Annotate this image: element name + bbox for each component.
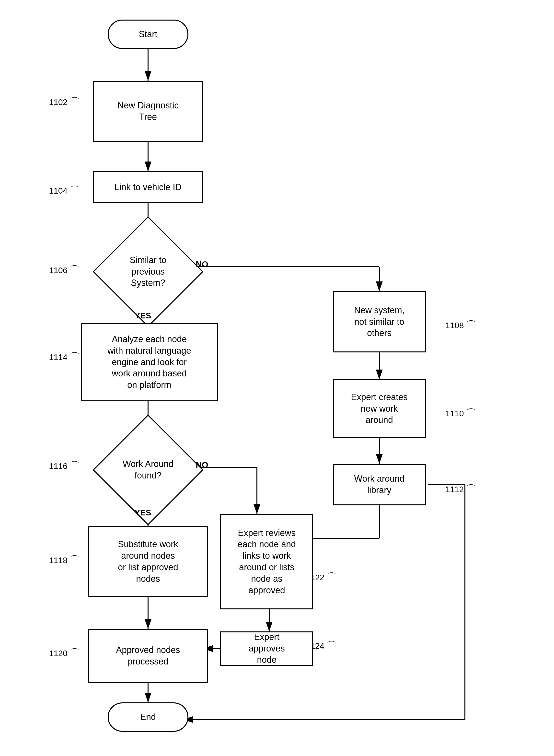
- n1104-label: Link to vehicle ID: [114, 181, 181, 193]
- n1124-label: Expert approves node: [248, 632, 285, 666]
- ref-1114: 1114 ⌒: [49, 350, 79, 364]
- end-label: End: [140, 711, 156, 723]
- n1118-label: Substitute work around nodes or list app…: [118, 539, 178, 584]
- similar-system-diamond: Similar to previous System?: [109, 232, 187, 311]
- ref-1102: 1102 ⌒: [49, 95, 79, 108]
- expert-reviews-node: Expert reviews each node and links to wo…: [220, 514, 313, 609]
- ref-1116: 1116 ⌒: [49, 459, 79, 472]
- no-1106-label: NO: [196, 259, 208, 269]
- ref-1120: 1120 ⌒: [49, 646, 79, 660]
- yes-1116-label: YES: [134, 508, 151, 518]
- n1106-label: Similar to previous System?: [116, 255, 180, 289]
- new-diagnostic-tree-node: New Diagnostic Tree: [93, 81, 203, 142]
- ref-1112: 1112 ⌒: [445, 482, 476, 496]
- start-node: Start: [108, 19, 188, 49]
- n1108-label: New system, not similar to others: [354, 305, 404, 339]
- substitute-nodes-node: Substitute work around nodes or list app…: [88, 526, 208, 597]
- n1116-label: Work Around found?: [116, 458, 180, 481]
- ref-1104: 1104 ⌒: [49, 183, 79, 197]
- diagram-container: Start 1102 ⌒ New Diagnostic Tree 1104 ⌒ …: [0, 0, 554, 756]
- ref-1106: 1106 ⌒: [49, 263, 79, 277]
- start-label: Start: [139, 29, 157, 40]
- yes-label: YES: [134, 311, 151, 320]
- ref-1108: 1108 ⌒: [445, 318, 476, 332]
- end-node: End: [108, 702, 188, 732]
- n1112-label: Work around library: [354, 473, 404, 496]
- work-around-library-node: Work around library: [333, 464, 426, 505]
- ref-1118: 1118 ⌒: [49, 553, 79, 566]
- n1122-label: Expert reviews each node and links to wo…: [238, 527, 296, 596]
- expert-approves-node: Expert approves node: [220, 632, 313, 666]
- n1114-label: Analyze each node with natural language …: [107, 334, 191, 391]
- n1120-label: Approved nodes processed: [116, 644, 180, 667]
- n1110-label: Expert creates new work around: [351, 391, 408, 426]
- work-around-found-diamond: Work Around found?: [109, 431, 187, 509]
- no-1116-label: NO: [196, 460, 208, 470]
- expert-creates-node: Expert creates new work around: [333, 379, 426, 438]
- analyze-node: Analyze each node with natural language …: [81, 323, 218, 401]
- approved-nodes-node: Approved nodes processed: [88, 629, 208, 683]
- new-system-node: New system, not similar to others: [333, 291, 426, 353]
- n1102-label: New Diagnostic Tree: [117, 100, 179, 123]
- link-vehicle-id-node: Link to vehicle ID: [93, 171, 203, 203]
- ref-1110: 1110 ⌒: [445, 406, 476, 420]
